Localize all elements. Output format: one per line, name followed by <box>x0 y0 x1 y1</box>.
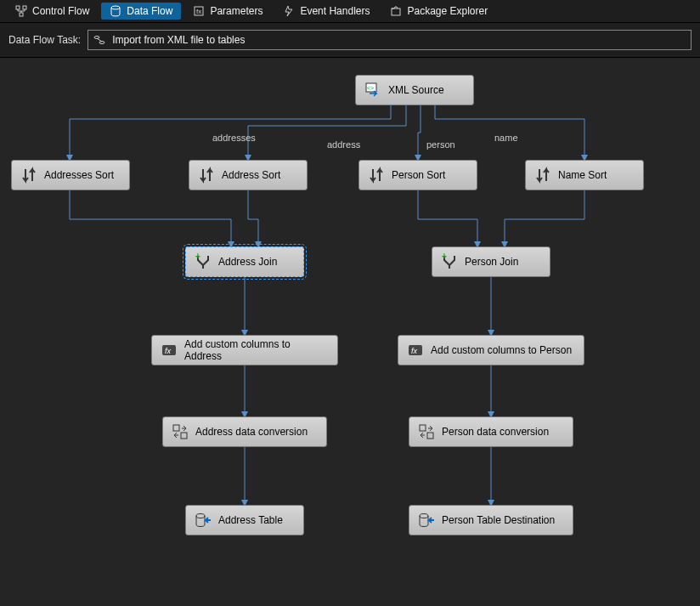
svg-text:fx: fx <box>196 8 201 15</box>
svg-point-22 <box>420 514 428 518</box>
tab-label: Event Handlers <box>300 5 370 17</box>
node-label: Person Sort <box>392 169 445 181</box>
event-handlers-icon <box>283 5 295 17</box>
node-address-conv[interactable]: Address data conversion <box>162 416 327 447</box>
svg-text:fx: fx <box>411 347 418 355</box>
node-label: Address Sort <box>222 169 280 181</box>
tab-event-handlers[interactable]: Event Handlers <box>274 3 378 20</box>
xml-source-icon: <> <box>364 82 381 99</box>
designer-tabs: Control Flow Data Flow fx Parameters Eve… <box>0 0 700 23</box>
tab-label: Control Flow <box>32 5 89 17</box>
node-add-cols-person[interactable]: fx Add custom columns to Person <box>398 335 584 365</box>
merge-join-icon: + <box>195 253 212 270</box>
svg-rect-17 <box>173 425 179 431</box>
node-person-sort[interactable]: Person Sort <box>358 160 477 190</box>
node-label: Person Join <box>465 256 518 268</box>
node-add-cols-address[interactable]: fx Add custom columns to Address <box>151 335 338 365</box>
svg-point-3 <box>111 6 120 9</box>
data-flow-icon <box>110 5 121 17</box>
svg-text:+: + <box>442 253 447 261</box>
svg-rect-6 <box>392 8 400 15</box>
svg-rect-20 <box>427 433 433 439</box>
edge-label-address: address <box>327 139 360 150</box>
tab-package-explorer[interactable]: Package Explorer <box>381 3 496 20</box>
derived-column-icon: fx <box>161 342 178 359</box>
data-conversion-icon <box>418 423 435 440</box>
parameters-icon: fx <box>193 5 205 17</box>
node-address-sort[interactable]: Address Sort <box>189 160 308 190</box>
sort-icon <box>198 167 215 184</box>
node-label: Address Join <box>218 256 277 268</box>
svg-rect-2 <box>20 13 23 16</box>
svg-text:+: + <box>195 253 200 261</box>
node-label: XML Source <box>388 84 444 96</box>
svg-rect-18 <box>181 433 187 439</box>
node-person-table[interactable]: Person Table Destination <box>409 505 573 535</box>
edge-label-person: person <box>426 139 455 150</box>
task-dropdown[interactable]: Import from XML file to tables <box>88 30 692 50</box>
destination-icon <box>418 512 435 529</box>
svg-text:<>: <> <box>367 85 374 91</box>
node-label: Add custom columns to Person <box>431 344 572 356</box>
package-explorer-icon <box>390 5 402 17</box>
node-xml-source[interactable]: <> XML Source <box>355 75 474 105</box>
node-label: Person Table Destination <box>442 514 555 526</box>
control-flow-icon <box>15 5 27 17</box>
data-conversion-icon <box>172 423 189 440</box>
node-addresses-sort[interactable]: Addresses Sort <box>11 160 130 190</box>
svg-point-21 <box>196 514 205 518</box>
node-person-conv[interactable]: Person data conversion <box>409 416 573 447</box>
task-label: Data Flow Task: <box>8 34 81 46</box>
node-label: Addresses Sort <box>44 169 114 181</box>
merge-join-icon: + <box>441 253 458 270</box>
derived-column-icon: fx <box>407 342 424 359</box>
node-name-sort[interactable]: Name Sort <box>525 160 644 190</box>
destination-icon <box>195 512 212 529</box>
diagram-canvas[interactable]: addresses address person name <> XML Sou… <box>0 58 700 606</box>
edge-label-name: name <box>494 133 518 143</box>
node-label: Address Table <box>218 514 283 526</box>
node-label: Person data conversion <box>442 426 549 438</box>
task-row: Data Flow Task: Import from XML file to … <box>0 23 700 58</box>
tab-label: Package Explorer <box>407 5 488 17</box>
sort-icon <box>368 167 385 184</box>
svg-rect-19 <box>420 425 426 431</box>
sort-icon <box>20 167 37 184</box>
node-person-join[interactable]: + Person Join <box>432 246 550 277</box>
task-selected: Import from XML file to tables <box>112 34 245 46</box>
tab-control-flow[interactable]: Control Flow <box>7 3 98 20</box>
dataflow-task-icon <box>93 34 105 46</box>
tab-label: Parameters <box>210 5 262 17</box>
node-address-join[interactable]: + Address Join <box>185 246 304 277</box>
edge-label-addresses: addresses <box>212 133 256 143</box>
sort-icon <box>534 167 551 184</box>
node-label: Address data conversion <box>195 426 308 438</box>
node-address-table[interactable]: Address Table <box>185 505 304 535</box>
svg-text:fx: fx <box>165 347 172 355</box>
svg-rect-1 <box>23 6 26 9</box>
tab-parameters[interactable]: fx Parameters <box>184 3 271 20</box>
node-label: Add custom columns to Address <box>184 338 329 362</box>
node-label: Name Sort <box>558 169 607 181</box>
tab-label: Data Flow <box>127 5 172 17</box>
tab-data-flow[interactable]: Data Flow <box>101 3 181 20</box>
svg-rect-0 <box>16 6 20 9</box>
